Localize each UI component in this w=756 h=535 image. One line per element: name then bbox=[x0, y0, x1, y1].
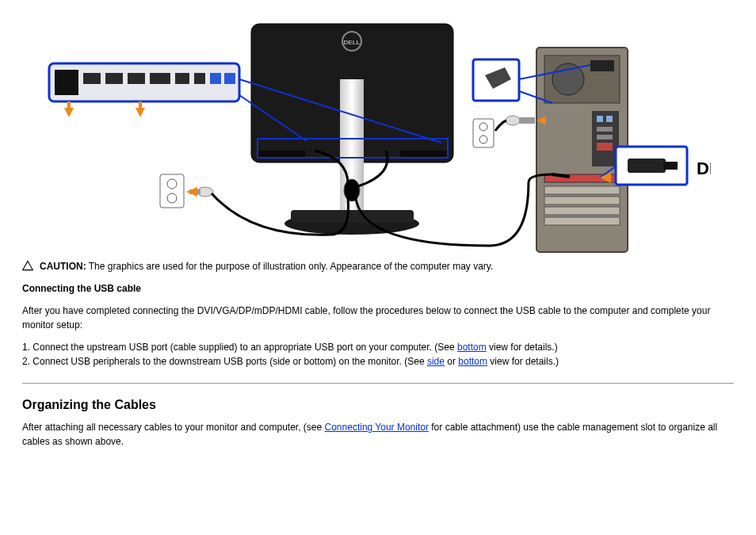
svg-rect-2 bbox=[400, 151, 448, 157]
caution-body: The graphics are used for the purpose of… bbox=[86, 261, 494, 272]
svg-rect-41 bbox=[544, 186, 620, 194]
section-divider bbox=[22, 383, 734, 384]
svg-marker-58 bbox=[23, 261, 33, 269]
svg-rect-16 bbox=[194, 73, 205, 84]
svg-rect-20 bbox=[67, 101, 71, 109]
svg-rect-42 bbox=[544, 197, 620, 204]
connecting-monitor-link[interactable]: Connecting Your Monitor bbox=[325, 422, 429, 433]
svg-rect-13 bbox=[128, 73, 145, 84]
svg-rect-14 bbox=[150, 73, 170, 84]
svg-rect-37 bbox=[597, 127, 613, 132]
svg-rect-39 bbox=[597, 143, 613, 151]
svg-marker-29 bbox=[186, 187, 197, 197]
bottom-view-link[interactable]: bottom bbox=[457, 342, 487, 353]
caution-icon bbox=[22, 260, 33, 271]
svg-rect-44 bbox=[544, 217, 620, 225]
svg-point-50 bbox=[506, 116, 520, 125]
svg-point-32 bbox=[552, 63, 584, 95]
usb-intro: After you have completed connecting the … bbox=[22, 304, 734, 332]
svg-rect-38 bbox=[597, 135, 613, 139]
svg-rect-15 bbox=[175, 73, 189, 84]
svg-rect-12 bbox=[105, 73, 123, 84]
svg-rect-17 bbox=[210, 73, 221, 84]
caution-label: CAUTION: bbox=[40, 261, 86, 272]
usb-heading: Connecting the USB cable bbox=[22, 281, 734, 296]
caution-text: CAUTION: The graphics are used for the p… bbox=[40, 260, 493, 273]
svg-text:DP: DP bbox=[697, 159, 711, 178]
connection-diagram: DELL bbox=[22, 16, 734, 254]
svg-rect-10 bbox=[55, 70, 78, 95]
svg-rect-51 bbox=[519, 117, 535, 124]
organizing-intro-text: After attaching all necessary cables to … bbox=[22, 422, 325, 433]
svg-rect-1 bbox=[258, 151, 305, 157]
usb-step2-suffix: view for details.) bbox=[487, 356, 559, 367]
bottom-view-link-2[interactable]: bottom bbox=[458, 356, 487, 367]
svg-rect-36 bbox=[606, 116, 613, 122]
svg-rect-33 bbox=[590, 60, 614, 71]
side-view-link[interactable]: side bbox=[427, 356, 445, 367]
usb-step2-text: Connect USB peripherals to the downstrea… bbox=[32, 356, 427, 367]
svg-rect-54 bbox=[628, 159, 666, 173]
svg-rect-22 bbox=[139, 101, 142, 109]
organizing-cables-heading: Organizing the Cables bbox=[22, 398, 734, 412]
usb-step1-suffix: view for details.) bbox=[487, 342, 558, 353]
svg-point-8 bbox=[344, 179, 360, 201]
usb-heading-text: Connecting the USB cable bbox=[22, 283, 141, 294]
caution-note: CAUTION: The graphics are used for the p… bbox=[22, 260, 734, 273]
svg-text:DELL: DELL bbox=[344, 39, 361, 46]
svg-rect-35 bbox=[597, 116, 603, 122]
svg-rect-43 bbox=[544, 207, 620, 215]
usb-step1-text: Connect the upstream USB port (cable sup… bbox=[32, 342, 457, 353]
or-text: or bbox=[445, 356, 458, 367]
usb-step1: 1. Connect the upstream USB port (cable … bbox=[22, 340, 734, 369]
svg-rect-55 bbox=[663, 162, 678, 170]
svg-rect-7 bbox=[291, 210, 414, 223]
diagram-svg: DELL bbox=[45, 16, 711, 254]
organizing-intro: After attaching all necessary cables to … bbox=[22, 420, 734, 449]
svg-rect-11 bbox=[83, 73, 101, 84]
svg-rect-18 bbox=[224, 73, 235, 84]
